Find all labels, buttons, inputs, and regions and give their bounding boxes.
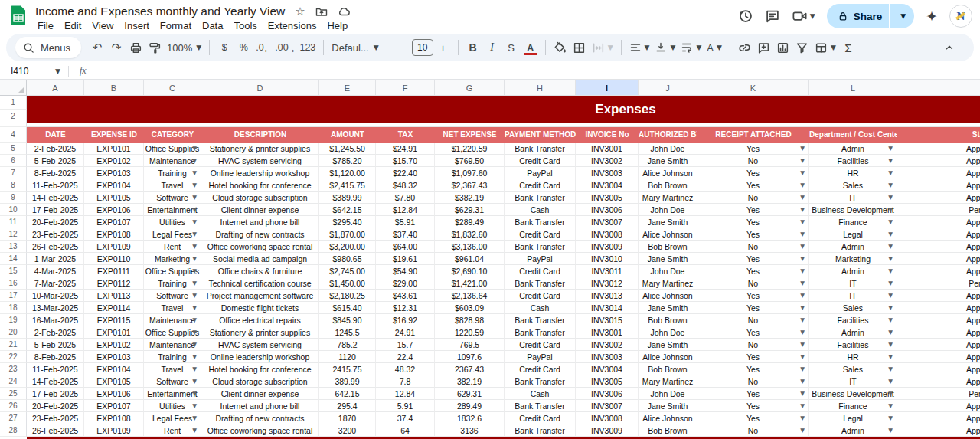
cell-dept[interactable]: Finance▼: [809, 216, 897, 228]
cell-category[interactable]: Travel▼: [144, 179, 201, 192]
cell-amount[interactable]: $3,200.00: [319, 241, 376, 253]
cell-method[interactable]: Credit Card: [505, 290, 576, 302]
comments-icon[interactable]: [765, 8, 780, 24]
table-header-cell[interactable]: DESCRIPTION: [201, 127, 319, 143]
cell-receipt[interactable]: Yes▼: [697, 179, 809, 192]
cell-amount[interactable]: $1,245.50: [319, 143, 376, 155]
strikethrough-button[interactable]: S: [502, 38, 521, 57]
cell-description[interactable]: Technical certification course: [201, 277, 319, 290]
formula-input[interactable]: [87, 63, 980, 79]
insert-comment-button[interactable]: [755, 38, 773, 57]
cell-receipt[interactable]: Yes▼: [697, 302, 809, 314]
name-box-chevron-icon[interactable]: ▼: [55, 67, 60, 75]
cell-description[interactable]: Office coworking space rental: [201, 424, 319, 437]
merge-cells-button[interactable]: ▼: [590, 38, 616, 57]
cell-amount[interactable]: $615.40: [319, 302, 376, 314]
cell-net[interactable]: 769.5: [435, 339, 505, 351]
cell-status[interactable]: Approved: [897, 241, 980, 253]
cell-receipt[interactable]: Yes▼: [697, 351, 809, 363]
cell-id[interactable]: EXP0114: [84, 302, 144, 314]
cell-status[interactable]: Approved: [897, 216, 980, 228]
cell-description[interactable]: Domestic flight tickets: [201, 302, 319, 314]
cell-date[interactable]: 8-Feb-2025: [27, 351, 84, 363]
cell-invoice[interactable]: INV3009: [576, 241, 639, 253]
cell-status[interactable]: Pending: [897, 277, 980, 290]
cell-amount[interactable]: $1,120.00: [319, 167, 376, 179]
cell-category[interactable]: Maintenance▼: [144, 155, 201, 167]
cell-tax[interactable]: 22.4: [376, 351, 435, 363]
cell-status[interactable]: Approved: [897, 302, 980, 314]
format-percent-button[interactable]: %: [234, 38, 253, 57]
column-header-C[interactable]: C: [144, 80, 201, 96]
cell-amount[interactable]: $845.90: [319, 314, 376, 326]
cell-net[interactable]: $1,832.60: [435, 228, 505, 241]
doc-title[interactable]: Income and Expenses monthly and Yearly V…: [35, 5, 285, 18]
cell-receipt[interactable]: Yes▼: [697, 388, 809, 400]
cell-dropdown-icon[interactable]: ▼: [888, 253, 893, 265]
cell-dept[interactable]: Sales▼: [809, 179, 897, 192]
cell-description[interactable]: Office chairs & furniture: [201, 265, 319, 277]
cell-by[interactable]: John Doe: [639, 388, 697, 400]
cell-amount[interactable]: 389.99: [319, 375, 376, 388]
share-button[interactable]: Share ▼: [827, 4, 914, 28]
cell-dropdown-icon[interactable]: ▼: [800, 228, 805, 241]
cell-dropdown-icon[interactable]: ▼: [800, 363, 805, 375]
cell-dropdown-icon[interactable]: ▼: [888, 339, 893, 351]
cell-invoice[interactable]: INV3007: [576, 216, 639, 228]
column-header-J[interactable]: J: [639, 80, 697, 96]
cell-category[interactable]: Office Supplies▼: [144, 143, 201, 155]
horizontal-align-button[interactable]: ▼: [627, 38, 652, 57]
fill-color-button[interactable]: [551, 38, 570, 57]
cell-receipt[interactable]: Yes▼: [697, 143, 809, 155]
cell-amount[interactable]: 1245.5: [319, 326, 376, 339]
cell-category[interactable]: Utilities▼: [144, 400, 201, 412]
cell-receipt[interactable]: Yes▼: [697, 363, 809, 375]
font-family-select[interactable]: Defaul...▼: [329, 38, 381, 57]
row-header-13[interactable]: 13: [0, 241, 27, 253]
cell-invoice[interactable]: INV3004: [576, 179, 639, 192]
cell-amount[interactable]: $2,415.75: [319, 179, 376, 192]
cell-dept[interactable]: Facilities▼: [809, 314, 897, 326]
row-header-9[interactable]: 9: [0, 192, 27, 204]
cell-dropdown-icon[interactable]: ▼: [888, 302, 893, 314]
cell-receipt[interactable]: Yes▼: [697, 326, 809, 339]
cloud-status-icon[interactable]: [338, 5, 351, 18]
text-wrap-button[interactable]: ▼: [678, 38, 704, 57]
undo-button[interactable]: ↶: [88, 38, 106, 57]
cell-dropdown-icon[interactable]: ▼: [800, 400, 805, 412]
column-header-F[interactable]: F: [376, 80, 435, 96]
cell-net[interactable]: $3,136.00: [435, 241, 505, 253]
cell-description[interactable]: Drafting of new contracts: [201, 412, 319, 424]
cell-by[interactable]: Jane Smith: [639, 155, 697, 167]
cell-category[interactable]: Office Supplies▼: [144, 326, 201, 339]
cell-status[interactable]: Approved: [897, 326, 980, 339]
cell-status[interactable]: Approved: [897, 339, 980, 351]
cell-invoice[interactable]: INV3007: [576, 400, 639, 412]
cell-date[interactable]: 1-Mar-2025: [27, 253, 84, 265]
cell-category[interactable]: Utilities▼: [144, 216, 201, 228]
cell-dropdown-icon[interactable]: ▼: [888, 228, 893, 241]
cell-dept[interactable]: HR▼: [809, 351, 897, 363]
cell-method[interactable]: Credit Card: [505, 228, 576, 241]
cell-id[interactable]: EXP0105: [84, 375, 144, 388]
cell-date[interactable]: 11-Feb-2025: [27, 363, 84, 375]
cell-receipt[interactable]: Yes▼: [697, 412, 809, 424]
cell-date[interactable]: 14-Feb-2025: [27, 192, 84, 204]
cell-dropdown-icon[interactable]: ▼: [192, 326, 197, 339]
table-header-cell[interactable]: TAX: [376, 127, 435, 143]
column-header-A[interactable]: A: [27, 80, 84, 96]
cell-by[interactable]: Bob Brown: [639, 424, 697, 437]
cell-method[interactable]: Credit Card: [505, 363, 576, 375]
cell-id[interactable]: EXP0112: [84, 277, 144, 290]
table-header-cell[interactable]: AUTHORIZED BY: [639, 127, 697, 143]
cell-method[interactable]: Bank Transfer: [505, 192, 576, 204]
cell-receipt[interactable]: Yes▼: [697, 204, 809, 216]
decrease-decimal-button[interactable]: .0←: [253, 38, 272, 57]
cell-amount[interactable]: 642.15: [319, 388, 376, 400]
cell-dropdown-icon[interactable]: ▼: [888, 412, 893, 424]
cell-dropdown-icon[interactable]: ▼: [888, 388, 893, 400]
cell-dept[interactable]: Admin▼: [809, 424, 897, 437]
cell-amount[interactable]: $1,870.00: [319, 228, 376, 241]
menu-view[interactable]: View: [87, 20, 119, 32]
cell-id[interactable]: EXP0104: [84, 179, 144, 192]
